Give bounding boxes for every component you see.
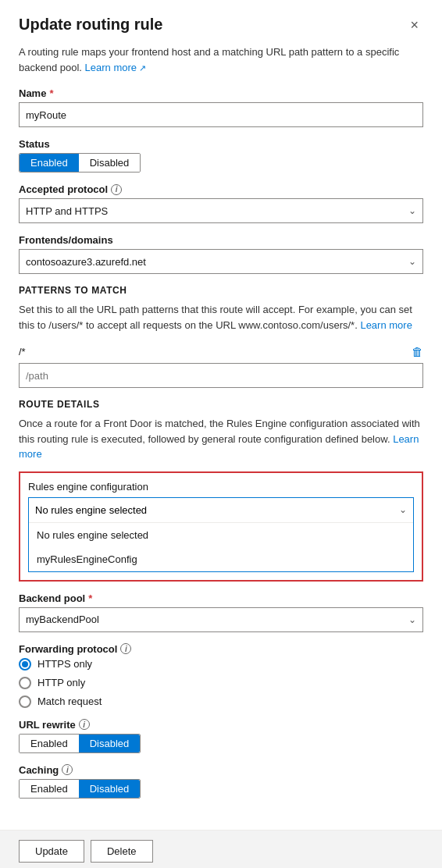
backend-pool-field-group: Backend pool * myBackendPool ⌄: [19, 592, 423, 632]
name-label: Name *: [19, 87, 423, 99]
caching-enabled-button[interactable]: Enabled: [20, 780, 79, 798]
url-rewrite-enabled-button[interactable]: Enabled: [20, 735, 79, 752]
protocol-dropdown[interactable]: HTTP and HTTPS ⌄: [19, 198, 423, 223]
rules-engine-dropdown-header[interactable]: No rules engine selected ⌄: [29, 498, 413, 523]
forwarding-match-request-label: Match request: [37, 695, 102, 707]
forwarding-http-only-label: HTTP only: [37, 677, 85, 688]
caching-toggle-group: Enabled Disabled: [19, 779, 141, 799]
url-rewrite-toggle-group: Enabled Disabled: [19, 734, 141, 753]
status-label: Status: [19, 138, 423, 150]
caching-info-icon[interactable]: i: [62, 764, 73, 775]
status-toggle-group: Enabled Disabled: [19, 153, 141, 173]
caching-disabled-button[interactable]: Disabled: [79, 780, 141, 798]
rules-engine-dropdown[interactable]: No rules engine selected ⌄ No rules engi…: [28, 497, 414, 572]
status-enabled-button[interactable]: Enabled: [20, 154, 79, 172]
pattern-row: /* 🗑: [19, 345, 423, 358]
backend-pool-label: Backend pool *: [19, 592, 423, 604]
caching-label: Caching i: [19, 764, 423, 776]
forwarding-protocol-field-group: Forwarding protocol i HTTPS only HTTP on…: [19, 643, 423, 708]
forwarding-http-only-radio[interactable]: [19, 677, 31, 689]
patterns-learn-more-link[interactable]: Learn more: [360, 319, 412, 331]
description-learn-more-link[interactable]: Learn more: [85, 62, 147, 73]
forwarding-match-request-radio[interactable]: [19, 695, 31, 708]
rules-engine-label: Rules engine configuration: [28, 481, 414, 493]
backend-pool-dropdown[interactable]: myBackendPool ⌄: [19, 607, 423, 632]
protocol-dropdown-arrow: ⌄: [408, 205, 416, 216]
panel-header: Update routing rule ×: [19, 16, 423, 35]
footer: Update Delete: [0, 830, 442, 869]
forwarding-http-only-item: HTTP only: [19, 677, 423, 689]
status-disabled-button[interactable]: Disabled: [79, 154, 141, 172]
name-required: *: [49, 87, 53, 99]
forwarding-protocol-label: Forwarding protocol i: [19, 643, 423, 655]
update-button[interactable]: Update: [19, 840, 84, 863]
url-rewrite-field-group: URL rewrite i Enabled Disabled: [19, 719, 423, 753]
panel-title: Update routing rule: [19, 16, 162, 34]
rules-engine-section: Rules engine configuration No rules engi…: [19, 471, 423, 582]
url-rewrite-info-icon[interactable]: i: [79, 719, 90, 730]
delete-pattern-icon[interactable]: 🗑: [412, 345, 423, 358]
protocol-field-group: Accepted protocol i HTTP and HTTPS ⌄: [19, 183, 423, 223]
backend-pool-required: *: [88, 592, 92, 604]
panel: Update routing rule × A routing rule map…: [0, 0, 442, 868]
rules-engine-options: No rules engine selected myRulesEngineCo…: [29, 523, 413, 571]
frontends-dropdown-arrow: ⌄: [408, 256, 416, 267]
name-field-group: Name *: [19, 87, 423, 127]
delete-button[interactable]: Delete: [91, 840, 153, 863]
backend-pool-dropdown-arrow: ⌄: [408, 614, 416, 625]
protocol-label: Accepted protocol i: [19, 183, 423, 195]
forwarding-https-only-label: HTTPS only: [37, 658, 92, 670]
route-details-description: Once a route for a Front Door is matched…: [19, 416, 423, 462]
rules-engine-option-none[interactable]: No rules engine selected: [29, 523, 413, 547]
forwarding-https-only-radio[interactable]: [19, 658, 31, 671]
url-rewrite-label: URL rewrite i: [19, 719, 423, 731]
patterns-section-heading: PATTERNS TO MATCH: [19, 285, 423, 296]
pattern-input-group: [19, 363, 423, 388]
forwarding-protocol-radio-group: HTTPS only HTTP only Match request: [19, 658, 423, 708]
caching-field-group: Caching i Enabled Disabled: [19, 764, 423, 799]
status-field-group: Status Enabled Disabled: [19, 138, 423, 173]
frontends-dropdown[interactable]: contosoazure3.azurefd.net ⌄: [19, 249, 423, 274]
frontends-label: Frontends/domains: [19, 234, 423, 246]
protocol-info-icon[interactable]: i: [111, 184, 122, 195]
patterns-description: Set this to all the URL path patterns th…: [19, 302, 423, 333]
rules-engine-dropdown-arrow: ⌄: [399, 504, 407, 515]
panel-description: A routing rule maps your frontend host a…: [19, 44, 423, 75]
route-details-heading: ROUTE DETAILS: [19, 399, 423, 410]
forwarding-protocol-info-icon[interactable]: i: [120, 643, 131, 654]
rules-engine-option-config[interactable]: myRulesEngineConfig: [29, 547, 413, 571]
forwarding-match-request-item: Match request: [19, 695, 423, 708]
frontends-field-group: Frontends/domains contosoazure3.azurefd.…: [19, 234, 423, 274]
pattern-value: /*: [19, 346, 412, 358]
rules-engine-selected-value: No rules engine selected: [35, 504, 147, 516]
url-rewrite-disabled-button[interactable]: Disabled: [79, 735, 141, 752]
name-input[interactable]: [19, 102, 423, 127]
pattern-input[interactable]: [19, 363, 423, 388]
close-button[interactable]: ×: [405, 16, 423, 35]
forwarding-https-only-item: HTTPS only: [19, 658, 423, 671]
